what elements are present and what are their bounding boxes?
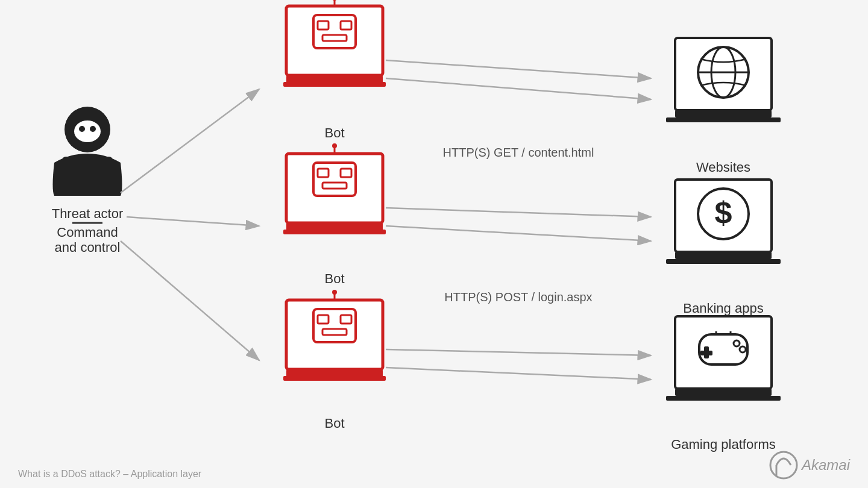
bot-1 <box>283 0 386 87</box>
svg-point-13 <box>332 0 337 1</box>
arrow-bot2-target2-2 <box>386 226 651 241</box>
svg-rect-45 <box>675 316 772 389</box>
footer-label: What is a DDoS attack? – Application lay… <box>18 469 202 479</box>
banking-target: $ <box>666 180 781 264</box>
bot-2 <box>283 143 386 234</box>
websites-target <box>666 38 781 122</box>
arrow-bot3-target3-2 <box>386 368 651 380</box>
svg-rect-43 <box>675 252 772 259</box>
main-container: Threat actor Command and control <box>0 0 868 488</box>
svg-point-56 <box>770 452 797 478</box>
http-post-label: HTTP(S) POST / login.aspx <box>444 290 592 304</box>
banking-label: Banking apps <box>683 301 763 316</box>
svg-rect-33 <box>283 376 386 381</box>
svg-point-2 <box>79 126 85 132</box>
bot-3 <box>283 290 386 381</box>
svg-rect-38 <box>675 110 772 117</box>
svg-rect-39 <box>666 117 781 122</box>
svg-point-22 <box>332 143 337 148</box>
bot3-label: Bot <box>324 416 344 431</box>
http-get-label: HTTP(S) GET / content.html <box>443 146 594 159</box>
gaming-target <box>666 316 781 401</box>
svg-rect-24 <box>283 230 386 234</box>
arrow-to-bot2 <box>127 217 259 226</box>
gaming-label: Gaming platforms <box>671 437 776 452</box>
arrow-to-bot1 <box>121 89 259 193</box>
arrow-bot3-target3-1 <box>386 349 651 355</box>
svg-point-1 <box>74 120 101 142</box>
websites-label: Websites <box>696 160 750 175</box>
svg-rect-48 <box>700 351 712 355</box>
threat-actor-label: Threat actor <box>52 206 124 221</box>
svg-rect-34 <box>675 38 772 110</box>
svg-rect-15 <box>283 82 386 87</box>
svg-rect-54 <box>666 396 781 401</box>
svg-text:Akamai: Akamai <box>800 457 851 473</box>
bot2-label: Bot <box>324 271 344 286</box>
arrow-bot1-target1-1 <box>386 60 651 78</box>
command-label: Command <box>57 225 118 240</box>
svg-point-31 <box>332 290 337 295</box>
diagram-svg: Threat actor Command and control <box>0 0 868 488</box>
arrow-bot1-target1-2 <box>386 78 651 99</box>
svg-rect-53 <box>675 389 772 396</box>
svg-rect-44 <box>666 259 781 264</box>
svg-text:$: $ <box>715 195 732 230</box>
akamai-logo: Akamai <box>770 452 851 478</box>
arrow-to-bot3 <box>121 241 259 360</box>
control-label: and control <box>55 240 121 255</box>
arrow-bot2-target2-1 <box>386 208 651 217</box>
svg-point-3 <box>90 126 96 132</box>
bot1-label: Bot <box>324 125 344 140</box>
